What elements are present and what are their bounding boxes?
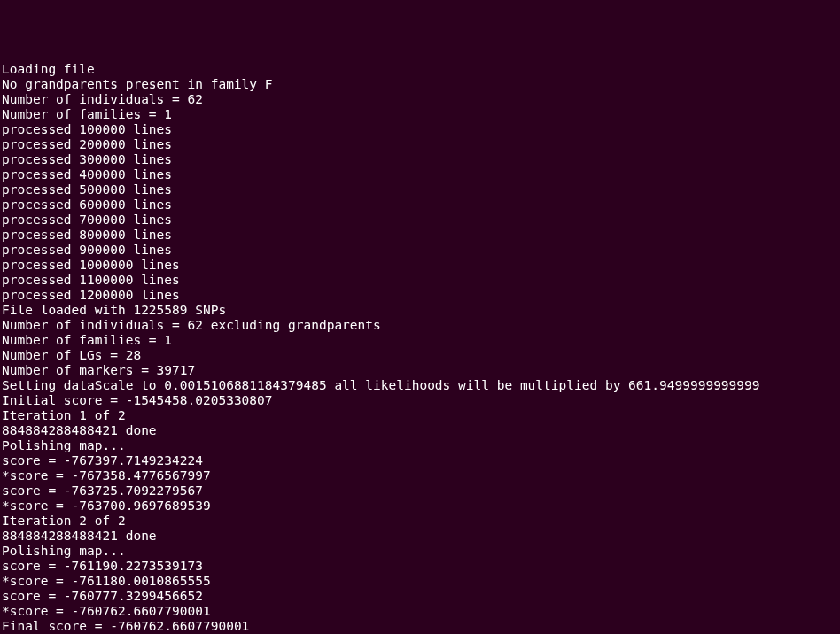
terminal-line: score = -767397.7149234224 bbox=[2, 453, 838, 468]
terminal-line: processed 100000 lines bbox=[2, 122, 838, 137]
terminal-line: Number of individuals = 62 excluding gra… bbox=[2, 318, 838, 333]
terminal-line: score = -760777.3299456652 bbox=[2, 589, 838, 604]
terminal-line: processed 200000 lines bbox=[2, 137, 838, 152]
terminal-line: *score = -760762.6607790001 bbox=[2, 604, 838, 619]
terminal-line: Number of families = 1 bbox=[2, 333, 838, 348]
terminal-line: processed 900000 lines bbox=[2, 243, 838, 258]
terminal-line: Final score = -760762.6607790001 bbox=[2, 619, 838, 634]
terminal-line: processed 400000 lines bbox=[2, 167, 838, 182]
terminal-line: processed 700000 lines bbox=[2, 213, 838, 228]
terminal-line: processed 300000 lines bbox=[2, 152, 838, 167]
terminal-line: score = -761190.2273539173 bbox=[2, 559, 838, 574]
terminal-line: Number of individuals = 62 bbox=[2, 92, 838, 107]
terminal-line: No grandparents present in family F bbox=[2, 77, 838, 92]
terminal-line: Number of markers = 39717 bbox=[2, 363, 838, 378]
terminal-line: 884884288488421 done bbox=[2, 423, 838, 438]
terminal-line: Number of LGs = 28 bbox=[2, 348, 838, 363]
terminal-line: Setting dataScale to 0.00151068811843794… bbox=[2, 378, 838, 393]
terminal-line: Polishing map... bbox=[2, 544, 838, 559]
terminal-line: processed 1000000 lines bbox=[2, 258, 838, 273]
terminal-line: 884884288488421 done bbox=[2, 529, 838, 544]
terminal-line: score = -763725.7092279567 bbox=[2, 483, 838, 499]
terminal-line: processed 500000 lines bbox=[2, 182, 838, 197]
terminal-line: Number of families = 1 bbox=[2, 107, 838, 122]
terminal-line: processed 600000 lines bbox=[2, 197, 838, 213]
terminal-line: processed 1100000 lines bbox=[2, 273, 838, 288]
terminal-line: Polishing map... bbox=[2, 438, 838, 453]
terminal-window[interactable]: { "lines": [ "Loading file", "No grandpa… bbox=[0, 0, 840, 634]
terminal-line: *score = -761180.0010865555 bbox=[2, 574, 838, 589]
terminal-line: Loading file bbox=[2, 62, 838, 77]
terminal-line: *score = -767358.4776567997 bbox=[2, 468, 838, 483]
terminal-output: Loading fileNo grandparents present in f… bbox=[2, 62, 838, 634]
terminal-line: File loaded with 1225589 SNPs bbox=[2, 303, 838, 318]
terminal-line: *score = -763700.9697689539 bbox=[2, 499, 838, 514]
terminal-line: Iteration 2 of 2 bbox=[2, 514, 838, 529]
terminal-line: processed 800000 lines bbox=[2, 228, 838, 243]
terminal-line: Iteration 1 of 2 bbox=[2, 408, 838, 423]
terminal-line: processed 1200000 lines bbox=[2, 288, 838, 303]
terminal-line: Initial score = -1545458.0205330807 bbox=[2, 393, 838, 408]
